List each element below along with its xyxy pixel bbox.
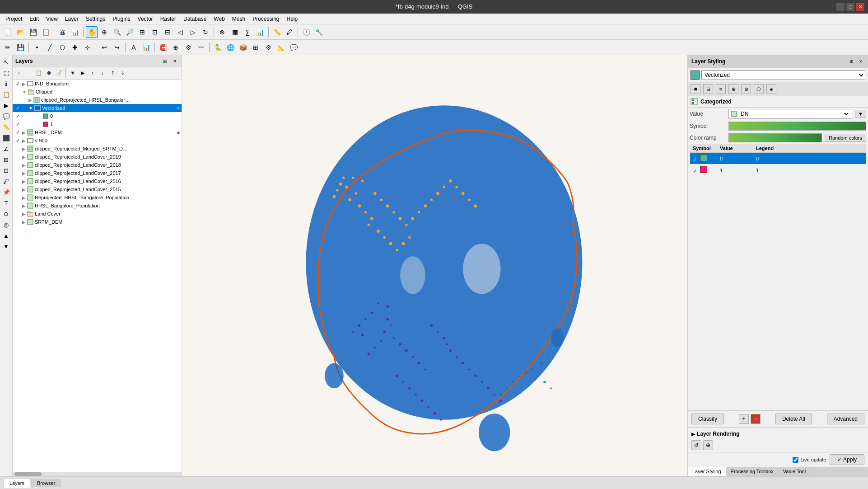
stab-value-tool[interactable]: Value Tool bbox=[779, 467, 811, 476]
browser-button[interactable]: 🌐 bbox=[224, 42, 236, 53]
zoom-in-button[interactable]: 🔍 bbox=[111, 26, 123, 38]
layer-item-hrsl-pop[interactable]: ▶ HRSL_Bangalore_Population bbox=[13, 202, 182, 210]
color-ramp-preview[interactable] bbox=[728, 133, 822, 142]
lower-layer-btn[interactable]: ▼ bbox=[1, 241, 11, 251]
python-button[interactable]: 🐍 bbox=[212, 42, 224, 53]
zoom-layer-side-btn[interactable]: ⊡ bbox=[1, 165, 11, 175]
tracing-button[interactable]: 〰 bbox=[195, 42, 207, 53]
value-dropdown-btn[interactable]: ▼ bbox=[855, 110, 866, 118]
annotation-button[interactable]: 🖊 bbox=[284, 26, 295, 38]
layer-check[interactable]: ✓ bbox=[14, 138, 21, 144]
single-symbol-tab[interactable]: ■ bbox=[691, 84, 700, 94]
svg-annotation-btn[interactable]: ◎ bbox=[1, 220, 11, 230]
snap-config-button[interactable]: ⚙ bbox=[182, 42, 194, 53]
move-feature-button[interactable]: ✚ bbox=[69, 42, 81, 53]
measure-area-btn[interactable]: ⬛ bbox=[1, 133, 11, 143]
atlas-button[interactable]: 📊 bbox=[69, 26, 81, 38]
layer-check[interactable]: ✓ bbox=[14, 122, 21, 127]
zoom-out-button[interactable]: 🔎 bbox=[124, 26, 135, 38]
zoom-full-side-btn[interactable]: ⊞ bbox=[1, 155, 11, 165]
layer-item-ind-bangalore[interactable]: ✓ ▶ IND_Bangalore bbox=[13, 80, 182, 88]
tab-layers[interactable]: Layers bbox=[4, 479, 30, 488]
map-area[interactable] bbox=[182, 55, 687, 476]
col-value[interactable]: Value bbox=[717, 144, 753, 153]
categorized-tab[interactable]: ⊟ bbox=[703, 84, 713, 94]
layer-item-reproj-hrsl[interactable]: ▶ Reprojected_HRSL_Bangalore_Population bbox=[13, 193, 182, 202]
styling-dock-button[interactable]: ⊞ bbox=[848, 58, 855, 65]
select-button[interactable]: ↖ bbox=[1, 57, 11, 67]
pointcluster-tab[interactable]: ⊗ bbox=[741, 84, 751, 94]
georef-button[interactable]: 📐 bbox=[275, 42, 287, 53]
col-legend[interactable]: Legend bbox=[753, 144, 866, 153]
col-symbol[interactable]: Symbol bbox=[690, 144, 717, 153]
lr-icon-2[interactable]: ⊕ bbox=[703, 440, 713, 450]
menu-view[interactable]: View bbox=[42, 15, 61, 23]
layer-item-lt900[interactable]: ✓ ▶ < 900 bbox=[13, 136, 182, 145]
maptip-btn[interactable]: 💬 bbox=[1, 111, 11, 121]
digitize-line-button[interactable]: ╱ bbox=[44, 42, 56, 53]
layer-item-lc2016[interactable]: ▶ clipped_Reprojected_LandCover_2016 bbox=[13, 177, 182, 185]
menu-database[interactable]: Database bbox=[180, 15, 210, 23]
rulebased-tab[interactable]: ⊕ bbox=[728, 84, 738, 94]
layer-item-lc2017[interactable]: ▶ clipped_Reprojected_LandCover_2017 bbox=[13, 169, 182, 177]
layer-selector[interactable]: Vectorized bbox=[701, 70, 865, 80]
layer-item-val1[interactable]: ✓ 1 bbox=[13, 120, 182, 128]
menu-vector[interactable]: Vector bbox=[134, 15, 157, 23]
add-layer-btn[interactable]: + bbox=[14, 68, 23, 77]
undo-button[interactable]: ↩ bbox=[98, 42, 110, 53]
debug-button[interactable]: 🔧 bbox=[313, 26, 325, 38]
layers-scrollbar[interactable] bbox=[13, 472, 182, 476]
remove-layer-btn[interactable]: − bbox=[24, 68, 33, 77]
live-update-checkbox[interactable] bbox=[793, 457, 798, 463]
new-project-button[interactable]: 📄 bbox=[2, 26, 14, 38]
sym-check-0[interactable]: ✓ bbox=[690, 153, 717, 165]
select-rect-button[interactable]: ⬚ bbox=[1, 68, 11, 78]
menu-raster[interactable]: Raster bbox=[157, 15, 180, 23]
expand-all-btn[interactable]: ▼ bbox=[68, 68, 77, 77]
identify-button[interactable]: ℹ bbox=[1, 79, 11, 89]
label-button[interactable]: A bbox=[128, 42, 140, 53]
layer-item-vectorized[interactable]: ✓ ▼ Vectorized ≡ bbox=[13, 104, 182, 112]
text-annotation-btn[interactable]: T bbox=[1, 198, 11, 208]
zoom-selection-button[interactable]: ⊟ bbox=[162, 26, 173, 38]
redo-button[interactable]: ↪ bbox=[111, 42, 123, 53]
layer-item-val0[interactable]: ✓ 0 bbox=[13, 112, 182, 120]
zoom-layer-button[interactable]: ⊡ bbox=[149, 26, 161, 38]
menu-mesh[interactable]: Mesh bbox=[229, 15, 249, 23]
styling-close-button[interactable]: ✕ bbox=[857, 58, 864, 65]
measure-button[interactable]: 📏 bbox=[271, 26, 283, 38]
action-button[interactable]: ▶ bbox=[1, 100, 11, 110]
zoom-full-button[interactable]: ⊞ bbox=[136, 26, 148, 38]
add-class-button[interactable]: + bbox=[739, 414, 749, 424]
heatmap-tab[interactable]: ⬡ bbox=[754, 84, 764, 94]
measure-line-btn[interactable]: 📏 bbox=[1, 122, 11, 132]
snap-layer-button[interactable]: ⊕ bbox=[170, 42, 182, 53]
graduated-tab[interactable]: ≡ bbox=[716, 84, 726, 94]
layer-notes-btn[interactable]: 📝 bbox=[54, 68, 63, 77]
layer-item-hrsl-dem[interactable]: ✓ ▶ HRSL_DEM ≡ bbox=[13, 128, 182, 136]
statistics-button[interactable]: 📊 bbox=[254, 26, 266, 38]
html-annotation-btn[interactable]: ⊙ bbox=[1, 209, 11, 219]
2.5d-tab[interactable]: ◈ bbox=[766, 84, 776, 94]
value-select[interactable]: DN bbox=[739, 110, 850, 118]
collapse-all-btn[interactable]: ▶ bbox=[78, 68, 87, 77]
layer-item-clipped-hrsl[interactable]: ▶ clipped_Reprojected_HRSL_Bangalore_Pop… bbox=[13, 96, 182, 104]
classify-button[interactable]: Classify bbox=[691, 414, 724, 424]
scrollbar-thumb[interactable] bbox=[14, 472, 42, 476]
save-as-button[interactable]: 📋 bbox=[40, 26, 51, 38]
map-tips-button[interactable]: 💬 bbox=[288, 42, 299, 53]
layers-open-button[interactable]: ⊞ bbox=[161, 57, 169, 65]
edit-toggle-button[interactable]: ✏ bbox=[2, 42, 14, 53]
layers-close-button[interactable]: ✕ bbox=[171, 57, 179, 65]
advanced-button[interactable]: Advanced bbox=[827, 414, 864, 424]
layer-check[interactable]: ✓ bbox=[14, 105, 21, 111]
lr-icon-1[interactable]: ↺ bbox=[691, 440, 701, 450]
close-button[interactable]: ✕ bbox=[856, 3, 864, 11]
menu-help[interactable]: Help bbox=[283, 15, 302, 23]
delete-all-button[interactable]: Delete All bbox=[775, 414, 812, 424]
symbol-preview[interactable] bbox=[728, 122, 866, 131]
field-calc-button[interactable]: ∑ bbox=[242, 26, 253, 38]
snap-button[interactable]: 🧲 bbox=[157, 42, 169, 53]
filter-layer-btn[interactable]: ⊗ bbox=[44, 68, 53, 77]
tile-scale-button[interactable]: ▦ bbox=[229, 26, 241, 38]
